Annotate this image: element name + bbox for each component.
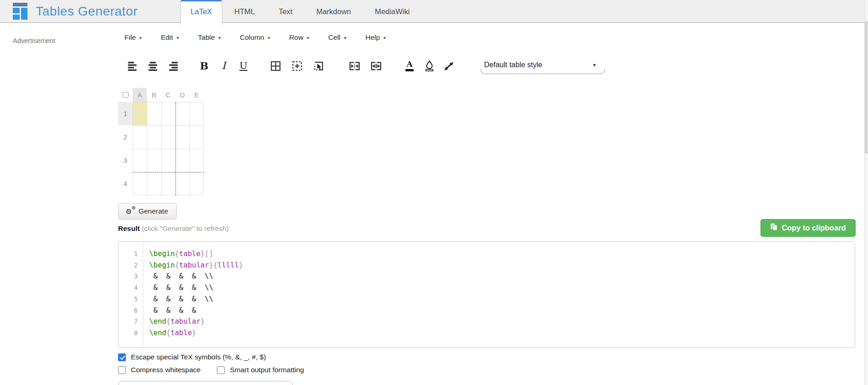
underline-icon: U [239,61,248,71]
tab-markdown[interactable]: Markdown [304,0,363,23]
cell-d2[interactable] [175,125,189,149]
align-right-button[interactable] [166,58,181,74]
cell-c1[interactable] [161,102,175,125]
cell-a1[interactable] [133,102,147,125]
code-token: } [209,261,213,269]
menu-label-file: File [124,33,136,42]
select-all-checkbox[interactable] [123,92,129,98]
copy-to-clipboard-button[interactable]: Copy to clipboard [760,219,856,237]
bold-icon: B [200,61,209,71]
gears-icon: ⚙ ⚙ [127,208,135,215]
checkbox-escape-special-tex-symbols[interactable] [118,353,126,361]
code-token: } [192,329,196,337]
option-escape-special-tex-symbols[interactable]: Escape special TeX symbols (%, &, _, #, … [118,353,266,361]
alignment-group [124,58,181,74]
col-header-d[interactable]: D [175,88,189,102]
merge-split-group [347,58,384,74]
generate-button[interactable]: ⚙ ⚙ Generate [118,203,177,219]
checkbox-smart-output-formatting[interactable] [217,366,225,374]
line-number: 7 [119,316,138,327]
cell-b3[interactable] [147,149,161,172]
col-header-e[interactable]: E [189,88,204,102]
clear-formatting-button[interactable] [441,58,457,74]
line-number: 8 [119,327,138,339]
cell-d3[interactable] [175,149,189,172]
menu-table[interactable]: Table▼ [198,33,221,42]
code-token: } [239,261,243,269]
bold-button[interactable]: B [196,58,212,74]
split-cells-icon [371,61,382,71]
cell-b1[interactable] [147,102,161,125]
code-area[interactable]: \begin{table}[]\begin{tabular}{lllll} & … [143,242,243,348]
row-header-4[interactable]: 4 [118,172,133,195]
option-smart-output-formatting[interactable]: Smart output formatting [217,366,304,374]
menu-file[interactable]: File▼ [124,33,142,42]
cell-e1[interactable] [189,102,204,125]
align-left-button[interactable] [124,58,140,74]
cell-e2[interactable] [189,125,204,149]
cell-b2[interactable] [147,125,161,149]
row-header-2[interactable]: 2 [118,125,133,149]
col-header-a[interactable]: A [133,88,147,102]
option-compress-whitespace[interactable]: Compress whitespace [118,366,200,374]
cell-c2[interactable] [161,125,175,149]
cell-d1[interactable] [175,102,189,125]
app-logo[interactable]: Tables Generator [13,3,138,20]
split-cells-button[interactable] [368,58,384,74]
table-style-dropdown[interactable]: Default table style ▼ [480,58,605,74]
all-borders-button[interactable] [268,58,283,74]
code-token: { [175,250,179,258]
toolbar: B I U A [124,57,457,75]
code-token: { [175,261,179,269]
line-number: 3 [119,271,138,282]
tab-mediawiki[interactable]: MediaWiki [363,0,421,23]
cell-a2[interactable] [133,125,147,149]
menu-edit[interactable]: Edit▼ [161,33,179,42]
merge-cells-button[interactable] [347,58,362,74]
tab-text[interactable]: Text [267,0,304,23]
italic-button[interactable]: I [216,58,232,74]
menu-cell[interactable]: Cell▼ [328,33,347,42]
chevron-down-icon: ▼ [218,36,221,40]
inner-borders-button[interactable] [289,58,305,74]
select-all-cell[interactable] [118,88,133,102]
col-header-b[interactable]: B [147,88,161,102]
row-header-1[interactable]: 1 [118,102,133,125]
options-row-2: Compress whitespaceSmart output formatti… [118,366,304,374]
code-token: tabular [171,317,200,326]
erase-borders-button[interactable] [311,58,326,74]
cell-e4[interactable] [189,172,204,195]
line-number: 5 [119,294,138,305]
row-header-3[interactable]: 3 [118,149,133,172]
cutoff-dropdown[interactable] [119,381,293,385]
checkbox-compress-whitespace[interactable] [118,366,126,374]
chevron-down-icon: ▼ [383,36,386,40]
latex-output-editor[interactable]: 12345678 \begin{table}[]\begin{tabular}{… [118,241,855,348]
align-center-button[interactable] [145,58,161,74]
table-style-selected-value: Default table style [484,61,542,69]
code-token: tabular [179,261,209,269]
vertical-scrollbar[interactable] [864,0,868,385]
scrollbar-thumb[interactable] [865,21,868,154]
tab-html[interactable]: HTML [222,0,267,23]
cell-b4[interactable] [147,172,161,195]
cell-d4[interactable] [175,172,189,195]
cell-a3[interactable] [133,149,147,172]
cell-c3[interactable] [161,149,175,172]
text-color-button[interactable]: A [402,58,417,74]
tab-latex[interactable]: LaTeX [180,0,222,25]
code-token: table [179,250,200,258]
code-line-1: \begin{table}[] [149,248,243,260]
fill-color-button[interactable] [421,58,437,74]
underline-button[interactable]: U [236,58,251,74]
cell-c4[interactable] [161,172,175,195]
align-center-icon [148,61,158,71]
cell-e3[interactable] [189,149,204,172]
line-number: 4 [119,282,138,294]
cell-a4[interactable] [133,172,147,195]
col-header-c[interactable]: C [161,88,175,102]
menu-label-row: Row [289,33,303,42]
menu-help[interactable]: Help▼ [365,33,386,42]
menu-column[interactable]: Column▼ [240,33,271,42]
menu-row[interactable]: Row▼ [289,33,310,42]
